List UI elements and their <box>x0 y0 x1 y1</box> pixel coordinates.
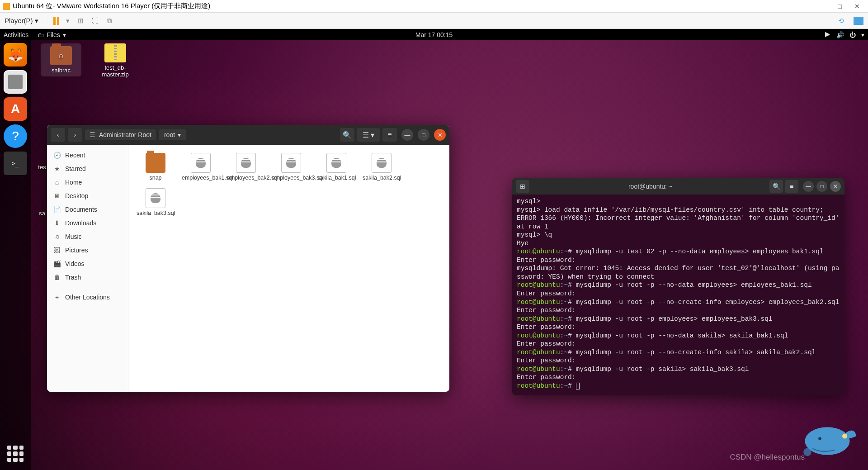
firefox-launcher[interactable]: 🦊 <box>4 43 27 66</box>
terminal-header: ⊞ root@ubuntu: ~ 🔍 ≡ — □ ✕ <box>512 178 844 195</box>
sidebar-label: Starred <box>65 165 86 172</box>
pause-button[interactable] <box>52 16 61 26</box>
cycle-icon[interactable]: ⟲ <box>838 17 848 25</box>
nautilus-header: ‹ › ☰ Administrator Root root ▾ 🔍 ☰ ▾ ≡ … <box>47 125 449 145</box>
path-segment-root[interactable]: root ▾ <box>159 129 186 140</box>
sql-file-icon <box>236 153 256 173</box>
maximize-button[interactable]: □ <box>418 129 429 141</box>
file-item[interactable]: sakila_bak3.sql <box>135 186 176 218</box>
vmware-titlebar: Ubuntu 64 位- VMware Workstation 16 Playe… <box>0 0 868 13</box>
search-button[interactable]: 🔍 <box>769 180 783 193</box>
sidebar-item-videos[interactable]: 🎬Videos <box>47 257 128 271</box>
fullscreen-icon[interactable]: ⛶ <box>90 16 100 26</box>
sidebar-item-desktop[interactable]: 🖥Desktop <box>47 189 128 203</box>
sidebar-item-recent[interactable]: 🕘Recent <box>47 148 128 162</box>
folder-icon <box>146 153 165 173</box>
file-name: employees_bak2.sql <box>227 175 265 181</box>
chevron-down-icon[interactable]: ▾ <box>66 17 70 25</box>
sql-file-icon <box>281 153 301 173</box>
hamburger-menu[interactable]: ≡ <box>785 180 798 193</box>
help-launcher[interactable]: ? <box>4 124 27 148</box>
ubuntu-desktop[interactable]: Activities 🗀 Files ▾ Mar 17 00:15 ⯈ 🔊 ⏻ … <box>0 29 868 470</box>
file-name: sakila_bak2.sql <box>363 175 401 181</box>
sidebar-icon: 🗑 <box>53 274 61 281</box>
file-item[interactable]: snap <box>135 151 176 183</box>
svg-point-2 <box>842 434 847 439</box>
sidebar-icon: 🖥 <box>53 192 61 199</box>
new-tab-button[interactable]: ⊞ <box>516 180 529 193</box>
terminal-launcher[interactable] <box>4 152 27 175</box>
sidebar-item-home[interactable]: ⌂Home <box>47 176 128 189</box>
sidebar-item-other-locations[interactable]: +Other Locations <box>47 290 128 304</box>
forward-button[interactable]: › <box>68 128 82 142</box>
path-bar[interactable]: ☰ Administrator Root <box>85 129 156 140</box>
view-toggle[interactable]: ☰ ▾ <box>357 128 380 142</box>
desktop-folder-salbrac[interactable]: salbrac <box>41 43 81 76</box>
sidebar-item-trash[interactable]: 🗑Trash <box>47 271 128 284</box>
minimize-button[interactable]: — <box>803 181 814 192</box>
clock[interactable]: Mar 17 00:15 <box>415 31 453 38</box>
hamburger-menu[interactable]: ≡ <box>382 128 397 142</box>
ubuntu-dock: 🦊 A ? <box>0 40 31 470</box>
minimize-button[interactable]: — <box>401 129 413 141</box>
show-applications-button[interactable] <box>7 446 24 462</box>
file-name: employees_bak1.sql <box>182 175 220 181</box>
back-button[interactable]: ‹ <box>51 128 65 142</box>
close-button[interactable]: ✕ <box>854 3 860 10</box>
watermark-text: CSDN @hellespontus <box>730 453 805 462</box>
folder-icon <box>50 46 72 65</box>
sidebar-toggle-icon[interactable] <box>854 17 863 25</box>
files-launcher[interactable] <box>4 70 27 94</box>
whale-logo-icon <box>796 411 859 461</box>
sidebar-item-music[interactable]: ♫Music <box>47 230 128 243</box>
file-item[interactable]: employees_bak2.sql <box>225 151 267 183</box>
file-name: sakila_bak3.sql <box>137 210 175 216</box>
minimize-button[interactable]: — <box>819 3 826 10</box>
unity-icon[interactable]: ⧉ <box>105 16 115 26</box>
terminal-title: root@ubuntu: ~ <box>531 183 769 190</box>
sidebar-item-downloads[interactable]: ⬇Downloads <box>47 216 128 230</box>
sidebar-icon: 🖼 <box>53 247 61 254</box>
software-launcher[interactable]: A <box>4 97 27 121</box>
sidebar-label: Trash <box>65 274 81 281</box>
sidebar-icon: ♫ <box>53 233 61 240</box>
gnome-top-bar: Activities 🗀 Files ▾ Mar 17 00:15 ⯈ 🔊 ⏻ … <box>0 29 868 40</box>
chevron-down-icon: ▾ <box>178 131 181 138</box>
sidebar-item-pictures[interactable]: 🖼Pictures <box>47 243 128 257</box>
sql-file-icon <box>191 153 211 173</box>
sidebar-icon: 🕘 <box>53 152 61 159</box>
maximize-button[interactable]: □ <box>816 181 827 192</box>
file-item[interactable]: employees_bak3.sql <box>270 151 312 183</box>
power-icon[interactable]: ⏻ <box>849 31 856 38</box>
sidebar-label: Pictures <box>65 247 88 254</box>
sidebar-icon: ★ <box>53 165 61 172</box>
send-ctrl-alt-del-icon[interactable]: ⊞ <box>76 16 86 26</box>
player-menu[interactable]: Player(P)▾ <box>5 17 38 25</box>
desktop-file-zip[interactable]: test_db-master.zip <box>95 43 136 78</box>
file-item[interactable]: employees_bak1.sql <box>180 151 222 183</box>
sidebar-item-documents[interactable]: 📄Documents <box>47 203 128 216</box>
nautilus-window: ‹ › ☰ Administrator Root root ▾ 🔍 ☰ ▾ ≡ … <box>47 125 449 392</box>
close-button[interactable]: ✕ <box>830 181 841 192</box>
chevron-down-icon: ▾ <box>63 31 66 38</box>
sidebar-icon: ⬇ <box>53 219 61 227</box>
sidebar-label: Other Locations <box>65 294 110 301</box>
active-app-indicator[interactable]: 🗀 Files ▾ <box>38 31 66 38</box>
close-button[interactable]: ✕ <box>434 129 446 141</box>
svg-point-1 <box>818 437 821 440</box>
nautilus-file-grid[interactable]: snapemployees_bak1.sqlemployees_bak2.sql… <box>128 145 449 392</box>
terminal-output[interactable]: mysql>mysql> load data infile '/var/lib/… <box>512 195 844 393</box>
network-icon[interactable]: ⯈ <box>825 31 831 38</box>
file-item[interactable]: sakila_bak1.sql <box>316 151 357 183</box>
volume-icon[interactable]: 🔊 <box>836 31 844 38</box>
search-button[interactable]: 🔍 <box>340 128 354 142</box>
maximize-button[interactable]: □ <box>838 3 842 10</box>
chevron-down-icon[interactable]: ▾ <box>861 31 864 38</box>
sidebar-item-starred[interactable]: ★Starred <box>47 162 128 176</box>
sidebar-label: Downloads <box>65 219 96 227</box>
sidebar-label: Desktop <box>65 192 88 199</box>
svg-point-0 <box>805 427 850 455</box>
activities-button[interactable]: Activities <box>4 31 28 38</box>
file-item[interactable]: sakila_bak2.sql <box>361 151 402 183</box>
admin-icon: ☰ <box>90 131 95 138</box>
